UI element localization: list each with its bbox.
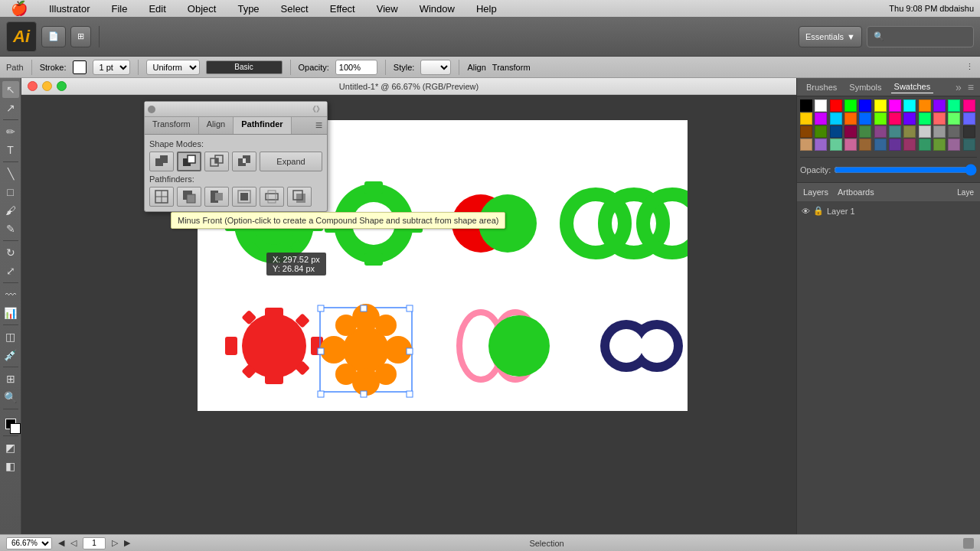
search-btn[interactable]: 🔍 [867,26,974,47]
swatch-30[interactable] [889,126,901,138]
nav-next-btn[interactable]: ▶ [124,538,130,548]
swatch-31[interactable] [903,126,916,138]
opacity-slider[interactable] [834,164,977,176]
swatch-37[interactable] [815,139,827,151]
swatch-28[interactable] [859,126,871,138]
swatch-42[interactable] [889,139,901,151]
swatch-10[interactable] [948,99,960,112]
panel-menu-right-icon[interactable]: ≡ [968,81,974,93]
eye-icon[interactable]: 👁 [802,207,810,216]
arrange-btn[interactable]: ⊞ [70,26,91,47]
menu-select[interactable]: Select [276,2,313,16]
direct-select-tool[interactable]: ↗ [2,99,19,116]
maximize-button[interactable] [57,81,67,91]
apple-menu[interactable]: 🍎 [6,0,32,18]
swatch-5[interactable] [874,99,887,112]
style-select[interactable] [420,60,451,75]
align-btn[interactable]: Align [467,63,485,72]
swatch-24[interactable] [800,126,812,138]
crop-btn[interactable] [232,187,256,207]
swatch-26[interactable] [830,126,842,138]
swatch-13[interactable] [815,112,827,125]
swatch-7[interactable] [903,99,916,112]
swatch-16[interactable] [859,112,871,125]
swatch-3[interactable] [844,99,857,112]
tab-transform[interactable]: Transform [145,117,199,134]
swatch-46[interactable] [948,139,960,151]
swatch-29[interactable] [874,126,887,138]
mode-btn-2[interactable]: ◧ [2,458,19,474]
menu-window[interactable]: Window [415,2,459,16]
paintbrush-tool[interactable]: 🖌 [2,202,19,219]
graph-tool[interactable]: 📊 [2,305,19,321]
swatch-19[interactable] [903,112,916,125]
panel-menu-icon[interactable]: ≡ [311,117,327,134]
nav-prev-btn[interactable]: ◀ [58,538,64,548]
tab-pathfinder[interactable]: Pathfinder [234,117,291,134]
trim-btn[interactable] [177,187,201,207]
minimize-button[interactable] [42,81,52,91]
swatch-22[interactable] [948,112,960,125]
swatch-6[interactable] [889,99,901,112]
swatch-35[interactable] [963,126,975,138]
swatch-0[interactable] [800,99,812,112]
divide-btn[interactable] [149,187,174,207]
more-options-icon[interactable]: ⋮ [965,62,974,72]
swatch-9[interactable] [933,99,946,112]
pencil-tool[interactable]: ✎ [2,220,19,237]
layer-item[interactable]: 👁 🔒 Layer 1 [800,204,977,217]
nav-next-page-btn[interactable]: ▷ [112,538,118,548]
zoom-select[interactable]: 66.67% 50% 100% [6,537,52,549]
warp-tool[interactable]: 〰 [2,286,19,303]
swatch-17[interactable] [874,112,887,125]
swatch-8[interactable] [919,99,931,112]
stroke-color[interactable] [10,423,21,434]
close-button[interactable] [28,81,38,91]
opacity-input[interactable]: 100% [335,60,377,75]
swatch-33[interactable] [933,126,946,138]
swatch-39[interactable] [844,139,857,151]
essentials-btn[interactable]: Essentials ▼ [799,26,862,47]
tab-align[interactable]: Align [199,117,234,134]
expand-btn[interactable]: Expand [260,152,322,171]
type-tool[interactable]: T [2,142,19,158]
swatch-45[interactable] [933,139,946,151]
swatch-43[interactable] [903,139,916,151]
zoom-tool[interactable]: 🔍 [2,389,19,406]
panel-expand-icon[interactable]: » [956,81,962,93]
line-tool[interactable]: ╲ [2,165,19,182]
swatch-20[interactable] [919,112,931,125]
menu-view[interactable]: View [372,2,403,16]
panel-close-btn[interactable] [148,106,155,113]
swatch-18[interactable] [889,112,901,125]
tab-swatches[interactable]: Swatches [891,80,934,93]
doc-control-btn[interactable]: 📄 [41,26,66,47]
mode-btn[interactable]: ◩ [2,439,19,456]
swatch-21[interactable] [933,112,946,125]
select-tool[interactable]: ↖ [2,81,19,98]
artboards-tab[interactable]: Artboards [838,187,874,197]
swatch-2[interactable] [830,99,842,112]
swatch-15[interactable] [844,112,857,125]
stroke-weight-select[interactable]: 1 pt [93,60,130,75]
outline-btn[interactable] [260,187,284,207]
menu-help[interactable]: Help [472,2,501,16]
swatch-44[interactable] [919,139,931,151]
swatch-23[interactable] [963,112,975,125]
eyedropper-tool[interactable]: 💉 [2,347,19,364]
swatch-38[interactable] [830,139,842,151]
swatch-36[interactable] [800,139,812,151]
unite-btn[interactable] [149,152,174,171]
merge-btn[interactable] [204,187,229,207]
gradient-tool[interactable]: ◫ [2,328,19,345]
menu-effect[interactable]: Effect [325,2,360,16]
rotate-tool[interactable]: ↻ [2,244,19,261]
rect-tool[interactable]: □ [2,184,19,201]
artboard-tool[interactable]: ⊞ [2,370,19,387]
menu-file[interactable]: File [106,2,132,16]
swatch-14[interactable] [830,112,842,125]
layer-lock-icon[interactable]: 🔒 [813,206,824,216]
fill-stroke-colors[interactable] [2,416,19,432]
tab-brushes[interactable]: Brushes [803,81,840,93]
tab-symbols[interactable]: Symbols [846,81,884,93]
